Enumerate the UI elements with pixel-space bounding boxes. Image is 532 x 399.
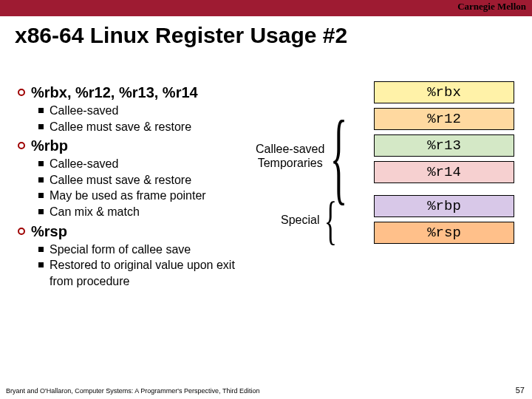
- section-heading: %rsp: [31, 223, 67, 240]
- register-name: %rbp: [427, 198, 461, 214]
- header-bar: [0, 0, 532, 16]
- slide: { "brand": "Carnegie Mellon", "title": "…: [0, 0, 532, 399]
- list-item: Can mix & match: [50, 204, 140, 220]
- brand-text: Carnegie Mellon: [457, 1, 526, 13]
- bullet-icon: [18, 89, 25, 96]
- group-label-line: Special: [281, 214, 319, 226]
- slide-title: x86-64 Linux Register Usage #2: [15, 22, 347, 49]
- register-box-r12: %r12: [374, 108, 514, 130]
- bullet-icon: [18, 142, 25, 149]
- register-name: %rbx: [427, 84, 461, 100]
- register-box-r14: %r14: [374, 161, 514, 183]
- brace-icon: {: [330, 112, 348, 200]
- register-name: %r14: [427, 164, 461, 180]
- brace-icon: {: [324, 198, 337, 243]
- register-box-rbx: %rbx: [374, 81, 514, 103]
- register-box-rbp: %rbp: [374, 195, 514, 217]
- register-name: %r12: [427, 111, 461, 127]
- section-heading: %rbp: [31, 137, 68, 154]
- list-item: Callee must save & restore: [50, 172, 191, 188]
- register-name: %rsp: [427, 225, 461, 241]
- bullet-icon: [18, 228, 25, 235]
- square-bullet-icon: [38, 124, 44, 129]
- callee-saved-group-label: Callee-saved Temporaries {: [256, 112, 349, 200]
- list-item: Special form of callee save: [50, 242, 191, 258]
- square-bullet-icon: [38, 193, 44, 198]
- list-item: Callee-saved: [50, 103, 118, 119]
- square-bullet-icon: [38, 161, 44, 166]
- square-bullet-icon: [38, 177, 44, 183]
- register-name: %r13: [427, 137, 461, 154]
- footer-text: Bryant and O'Hallaron, Computer Systems:…: [6, 387, 259, 395]
- page-number: 57: [516, 386, 525, 395]
- list-item: Callee must save & restore: [50, 119, 191, 135]
- square-bullet-icon: [38, 247, 44, 252]
- register-box-rsp: %rsp: [374, 222, 514, 244]
- square-bullet-icon: [38, 108, 44, 113]
- group-label-line: Callee-saved: [256, 143, 324, 155]
- list-item: Callee-saved: [50, 156, 118, 172]
- list-item: May be used as frame pointer: [50, 188, 206, 204]
- register-column: %rbx %r12 %r13 %r14 %rbp %rsp: [374, 81, 514, 248]
- special-group-label: Special {: [281, 198, 338, 243]
- group-label-line: Temporaries: [258, 157, 323, 169]
- square-bullet-icon: [38, 209, 44, 214]
- section-heading: %rbx, %r12, %r13, %r14: [31, 84, 198, 101]
- register-box-r13: %r13: [374, 134, 514, 157]
- list-item: Restored to original value upon exit fro…: [50, 257, 242, 289]
- square-bullet-icon: [38, 262, 44, 267]
